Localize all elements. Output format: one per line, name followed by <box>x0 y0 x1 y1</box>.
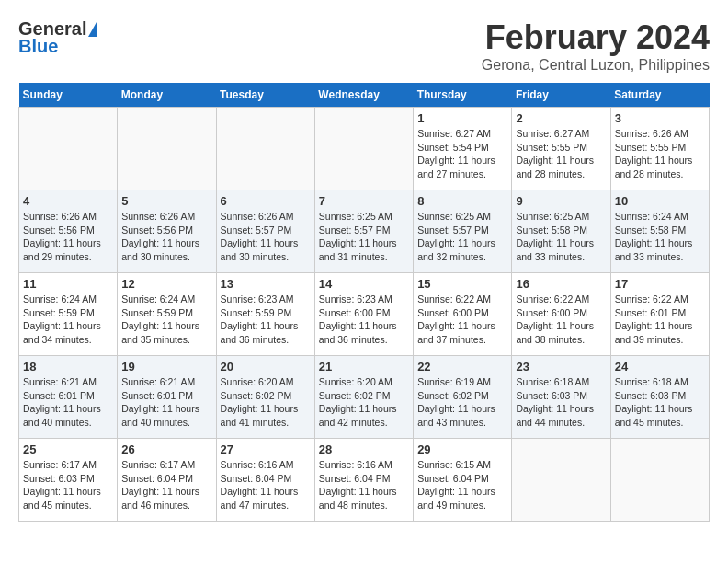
calendar-cell: 10Sunrise: 6:24 AM Sunset: 5:58 PM Dayli… <box>610 190 709 273</box>
day-number: 11 <box>23 277 113 291</box>
calendar-cell: 27Sunrise: 6:16 AM Sunset: 6:04 PM Dayli… <box>216 439 314 522</box>
day-number: 6 <box>221 194 311 208</box>
calendar-cell: 1Sunrise: 6:27 AM Sunset: 5:54 PM Daylig… <box>414 108 512 190</box>
day-number: 23 <box>516 360 606 373</box>
calendar-cell: 23Sunrise: 6:18 AM Sunset: 6:03 PM Dayli… <box>512 356 610 439</box>
calendar-cell <box>118 108 216 190</box>
cell-info: Sunrise: 6:25 AM Sunset: 5:57 PM Dayligh… <box>319 210 409 264</box>
calendar-cell: 5Sunrise: 6:26 AM Sunset: 5:56 PM Daylig… <box>118 190 216 273</box>
calendar-cell: 19Sunrise: 6:21 AM Sunset: 6:01 PM Dayli… <box>118 356 216 439</box>
weekday-header: Thursday <box>414 83 512 108</box>
cell-info: Sunrise: 6:26 AM Sunset: 5:56 PM Dayligh… <box>121 210 211 264</box>
day-number: 17 <box>615 277 705 291</box>
cell-info: Sunrise: 6:27 AM Sunset: 5:54 PM Dayligh… <box>417 127 507 181</box>
day-number: 8 <box>417 194 507 208</box>
calendar-cell: 12Sunrise: 6:24 AM Sunset: 5:59 PM Dayli… <box>118 273 216 356</box>
cell-info: Sunrise: 6:26 AM Sunset: 5:55 PM Dayligh… <box>615 127 705 181</box>
day-number: 24 <box>615 360 705 373</box>
cell-info: Sunrise: 6:27 AM Sunset: 5:55 PM Dayligh… <box>516 127 606 181</box>
month-year: February 2024 <box>482 18 710 57</box>
weekday-header: Wednesday <box>314 83 413 108</box>
calendar-table: SundayMondayTuesdayWednesdayThursdayFrid… <box>18 83 710 522</box>
calendar-cell: 20Sunrise: 6:20 AM Sunset: 6:02 PM Dayli… <box>216 356 314 439</box>
cell-info: Sunrise: 6:16 AM Sunset: 6:04 PM Dayligh… <box>221 458 311 512</box>
cell-info: Sunrise: 6:20 AM Sunset: 6:02 PM Dayligh… <box>319 375 409 430</box>
day-number: 9 <box>516 194 606 208</box>
cell-info: Sunrise: 6:22 AM Sunset: 6:00 PM Dayligh… <box>516 293 606 347</box>
day-number: 29 <box>417 442 507 456</box>
cell-info: Sunrise: 6:26 AM Sunset: 5:57 PM Dayligh… <box>221 210 311 264</box>
cell-info: Sunrise: 6:19 AM Sunset: 6:02 PM Dayligh… <box>417 375 507 430</box>
day-number: 16 <box>516 277 606 291</box>
day-number: 26 <box>121 442 211 456</box>
day-number: 14 <box>319 277 409 291</box>
day-number: 4 <box>23 194 113 208</box>
cell-info: Sunrise: 6:17 AM Sunset: 6:03 PM Dayligh… <box>23 458 113 512</box>
title-area: February 2024 Gerona, Central Luzon, Phi… <box>482 18 710 74</box>
calendar-cell: 3Sunrise: 6:26 AM Sunset: 5:55 PM Daylig… <box>610 108 709 190</box>
calendar-cell <box>19 108 118 190</box>
day-number: 22 <box>417 360 507 373</box>
calendar-cell: 13Sunrise: 6:23 AM Sunset: 5:59 PM Dayli… <box>216 273 314 356</box>
cell-info: Sunrise: 6:25 AM Sunset: 5:58 PM Dayligh… <box>516 210 606 264</box>
day-number: 18 <box>23 360 113 373</box>
calendar-cell <box>216 108 314 190</box>
calendar-cell: 11Sunrise: 6:24 AM Sunset: 5:59 PM Dayli… <box>19 273 118 356</box>
calendar-cell: 14Sunrise: 6:23 AM Sunset: 6:00 PM Dayli… <box>314 273 413 356</box>
calendar-cell: 9Sunrise: 6:25 AM Sunset: 5:58 PM Daylig… <box>512 190 610 273</box>
logo-blue-text: Blue <box>18 36 58 57</box>
day-number: 10 <box>615 194 705 208</box>
calendar-cell <box>610 439 709 522</box>
cell-info: Sunrise: 6:15 AM Sunset: 6:04 PM Dayligh… <box>417 458 507 512</box>
day-number: 21 <box>319 360 409 373</box>
calendar-cell: 6Sunrise: 6:26 AM Sunset: 5:57 PM Daylig… <box>216 190 314 273</box>
day-number: 20 <box>221 360 311 373</box>
cell-info: Sunrise: 6:24 AM Sunset: 5:59 PM Dayligh… <box>23 293 113 347</box>
weekday-header: Sunday <box>19 83 118 108</box>
cell-info: Sunrise: 6:16 AM Sunset: 6:04 PM Dayligh… <box>319 458 409 512</box>
cell-info: Sunrise: 6:23 AM Sunset: 5:59 PM Dayligh… <box>221 293 311 347</box>
location: Gerona, Central Luzon, Philippines <box>482 57 710 74</box>
calendar-cell: 4Sunrise: 6:26 AM Sunset: 5:56 PM Daylig… <box>19 190 118 273</box>
calendar-cell: 28Sunrise: 6:16 AM Sunset: 6:04 PM Dayli… <box>314 439 413 522</box>
cell-info: Sunrise: 6:17 AM Sunset: 6:04 PM Dayligh… <box>121 458 211 512</box>
calendar-cell <box>512 439 610 522</box>
calendar-cell: 2Sunrise: 6:27 AM Sunset: 5:55 PM Daylig… <box>512 108 610 190</box>
calendar-cell: 26Sunrise: 6:17 AM Sunset: 6:04 PM Dayli… <box>118 439 216 522</box>
calendar-cell: 18Sunrise: 6:21 AM Sunset: 6:01 PM Dayli… <box>19 356 118 439</box>
cell-info: Sunrise: 6:18 AM Sunset: 6:03 PM Dayligh… <box>516 375 606 430</box>
cell-info: Sunrise: 6:23 AM Sunset: 6:00 PM Dayligh… <box>319 293 409 347</box>
cell-info: Sunrise: 6:22 AM Sunset: 6:01 PM Dayligh… <box>615 293 705 347</box>
cell-info: Sunrise: 6:18 AM Sunset: 6:03 PM Dayligh… <box>615 375 705 430</box>
day-number: 28 <box>319 442 409 456</box>
day-number: 15 <box>417 277 507 291</box>
logo-triangle-icon <box>88 22 97 37</box>
cell-info: Sunrise: 6:25 AM Sunset: 5:57 PM Dayligh… <box>417 210 507 264</box>
day-number: 25 <box>23 442 113 456</box>
calendar-cell: 21Sunrise: 6:20 AM Sunset: 6:02 PM Dayli… <box>314 356 413 439</box>
calendar-cell: 17Sunrise: 6:22 AM Sunset: 6:01 PM Dayli… <box>610 273 709 356</box>
cell-info: Sunrise: 6:26 AM Sunset: 5:56 PM Dayligh… <box>23 210 113 264</box>
calendar-cell <box>314 108 413 190</box>
calendar-cell: 22Sunrise: 6:19 AM Sunset: 6:02 PM Dayli… <box>414 356 512 439</box>
day-number: 19 <box>121 360 211 373</box>
calendar-cell: 15Sunrise: 6:22 AM Sunset: 6:00 PM Dayli… <box>414 273 512 356</box>
cell-info: Sunrise: 6:22 AM Sunset: 6:00 PM Dayligh… <box>417 293 507 347</box>
calendar-cell: 8Sunrise: 6:25 AM Sunset: 5:57 PM Daylig… <box>414 190 512 273</box>
cell-info: Sunrise: 6:20 AM Sunset: 6:02 PM Dayligh… <box>221 375 311 430</box>
logo: General Blue <box>18 18 97 57</box>
day-number: 1 <box>417 111 507 125</box>
header: General Blue February 2024 Gerona, Centr… <box>18 18 710 74</box>
calendar-cell: 29Sunrise: 6:15 AM Sunset: 6:04 PM Dayli… <box>414 439 512 522</box>
weekday-header: Monday <box>118 83 216 108</box>
calendar-header: SundayMondayTuesdayWednesdayThursdayFrid… <box>19 83 710 108</box>
weekday-header: Friday <box>512 83 610 108</box>
calendar-cell: 7Sunrise: 6:25 AM Sunset: 5:57 PM Daylig… <box>314 190 413 273</box>
day-number: 7 <box>319 194 409 208</box>
day-number: 12 <box>121 277 211 291</box>
weekday-header: Saturday <box>610 83 709 108</box>
cell-info: Sunrise: 6:21 AM Sunset: 6:01 PM Dayligh… <box>121 375 211 430</box>
day-number: 13 <box>221 277 311 291</box>
day-number: 3 <box>615 111 705 125</box>
calendar-cell: 16Sunrise: 6:22 AM Sunset: 6:00 PM Dayli… <box>512 273 610 356</box>
